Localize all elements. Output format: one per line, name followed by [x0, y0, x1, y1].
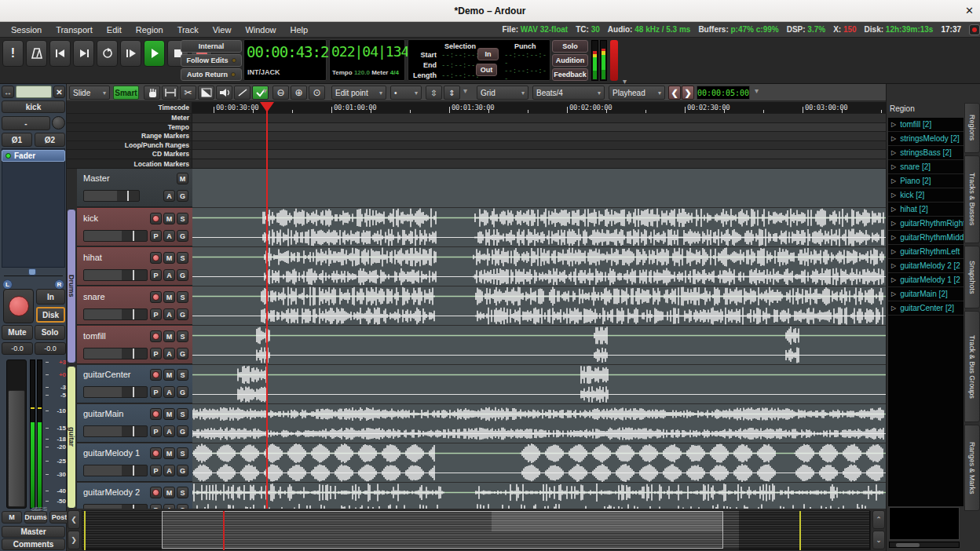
- peak-display[interactable]: -0.0: [35, 342, 66, 355]
- track-header-hihat[interactable]: hihatSMGAP: [77, 247, 192, 286]
- primary-clock[interactable]: 00:00:43:25 INT/JACK: [243, 39, 327, 81]
- track-header-guitarmelody-2[interactable]: guitarMelody 2SMGAP: [77, 483, 192, 509]
- s-button[interactable]: S: [177, 447, 188, 459]
- track-fader[interactable]: [83, 269, 148, 281]
- g-button[interactable]: G: [177, 269, 188, 281]
- gain-fader-handle[interactable]: [8, 390, 25, 507]
- sidebar-tab-snapshots[interactable]: Snapshots: [964, 246, 980, 308]
- g-button[interactable]: G: [177, 348, 188, 359]
- region-list-item[interactable]: ▷snare [2]: [888, 160, 964, 174]
- s-button[interactable]: S: [177, 487, 188, 498]
- s-button[interactable]: S: [177, 369, 188, 381]
- ruler-band[interactable]: [192, 150, 886, 159]
- processor-active-led[interactable]: [5, 153, 11, 159]
- punch-out-value[interactable]: --:--:--:--: [504, 67, 550, 82]
- region-list-item[interactable]: ▷Piano [2]: [888, 174, 964, 188]
- m-button[interactable]: M: [163, 213, 175, 224]
- vertical-shrink-button[interactable]: ⇳: [426, 86, 442, 100]
- zoom-fit-button[interactable]: ⊙: [309, 86, 325, 100]
- playhead-marker[interactable]: [260, 102, 274, 112]
- punch-out-button[interactable]: Out: [476, 64, 497, 76]
- region-list-item[interactable]: ▷guitarRhythmMidd: [888, 231, 964, 245]
- s-button[interactable]: S: [177, 408, 188, 420]
- play-range-button[interactable]: [120, 40, 141, 67]
- a-button[interactable]: A: [163, 269, 175, 281]
- strip-name-input[interactable]: [16, 86, 52, 98]
- expand-triangle-icon[interactable]: ▷: [888, 305, 900, 312]
- expand-triangle-icon[interactable]: ▷: [888, 149, 900, 156]
- snap-to-select[interactable]: Playhead▾: [609, 86, 665, 100]
- ruler-band[interactable]: [192, 159, 886, 169]
- strip-tab-m[interactable]: M: [2, 511, 22, 524]
- scroll-right-button[interactable]: ❯: [68, 531, 80, 549]
- sidebar-scrollbar-thumb[interactable]: [896, 543, 920, 547]
- expand-triangle-icon[interactable]: ▷: [888, 163, 900, 170]
- p-button[interactable]: P: [150, 465, 162, 476]
- sidebar-tab-tracks-busses[interactable]: Tracks & Busses: [964, 155, 980, 243]
- m-button[interactable]: M: [163, 369, 175, 381]
- expand-triangle-icon[interactable]: ▷: [888, 135, 900, 142]
- chevron-down-icon[interactable]: ▾: [755, 86, 759, 95]
- session-summary[interactable]: [82, 510, 870, 549]
- loop-button[interactable]: [97, 40, 118, 67]
- mute-button[interactable]: Mute: [2, 325, 33, 340]
- sidebar-tab-ranges-marks[interactable]: Ranges & Marks: [964, 425, 980, 511]
- group-strip-guitar[interactable]: guitar: [67, 366, 76, 509]
- region-list-item[interactable]: ▷guitarCenter [2]: [888, 301, 964, 316]
- m-button[interactable]: M: [163, 330, 175, 342]
- record-enable-button[interactable]: [150, 291, 162, 303]
- region-list-item[interactable]: ▷stringsMelody [2]: [888, 132, 964, 146]
- p-button[interactable]: P: [150, 386, 162, 398]
- m-button[interactable]: M: [163, 252, 175, 264]
- close-strip-icon[interactable]: ✕: [53, 86, 65, 98]
- monitor-disk-button[interactable]: Disk: [36, 307, 65, 323]
- zoom-in-button[interactable]: ⊕: [291, 86, 307, 100]
- menu-window[interactable]: Window: [239, 22, 282, 38]
- expand-triangle-icon[interactable]: ▷: [888, 262, 900, 269]
- pan-track[interactable]: [4, 276, 63, 276]
- p-button[interactable]: P: [150, 269, 162, 281]
- chevron-down-icon[interactable]: ▾: [263, 86, 267, 95]
- trim-knob[interactable]: [52, 116, 65, 130]
- cut-tool-button[interactable]: ✂: [180, 86, 196, 100]
- s-button[interactable]: S: [177, 252, 188, 264]
- monitor-input-button[interactable]: In: [36, 289, 65, 305]
- g-button[interactable]: G: [177, 425, 188, 437]
- expand-triangle-icon[interactable]: ▷: [888, 290, 900, 297]
- region-list-item[interactable]: ▷hihat [2]: [888, 203, 964, 217]
- grab-tool-button[interactable]: [144, 86, 160, 100]
- punch-in-value[interactable]: --:--:--:--: [504, 51, 550, 67]
- p-button[interactable]: P: [150, 348, 162, 359]
- zoom-out-button[interactable]: ⊖: [272, 86, 289, 100]
- expand-triangle-icon[interactable]: ▷: [888, 220, 900, 227]
- trim-button[interactable]: -: [2, 116, 50, 130]
- record-enable-button[interactable]: [150, 408, 162, 420]
- menu-session[interactable]: Session: [5, 22, 48, 38]
- auto-return-button[interactable]: Auto Return: [181, 68, 242, 81]
- menu-region[interactable]: Region: [130, 22, 170, 38]
- nudge-forward-button[interactable]: ❯: [682, 86, 694, 100]
- a-button[interactable]: A: [163, 348, 175, 359]
- strip-tab-drums[interactable]: Drums: [24, 511, 47, 524]
- master-button[interactable]: Master: [2, 526, 65, 538]
- editor-canvas[interactable]: [192, 169, 886, 509]
- grid-select[interactable]: Grid▾: [477, 86, 528, 100]
- secondary-clock[interactable]: 022|04|1341 Tempo 120.0 Meter 4/4: [329, 39, 405, 81]
- a-button[interactable]: A: [163, 386, 175, 398]
- nudge-back-button[interactable]: ❮: [668, 86, 681, 100]
- go-end-button[interactable]: [73, 40, 94, 67]
- g-button[interactable]: G: [177, 386, 188, 398]
- expand-triangle-icon[interactable]: ▷: [888, 248, 900, 255]
- track-header-guitarmain[interactable]: guitarMainSMGAP: [77, 404, 192, 443]
- width-toggle-icon[interactable]: ↔: [2, 86, 14, 98]
- track-header-kick[interactable]: kickSMGAP: [77, 208, 192, 246]
- gain-display[interactable]: -0.0: [2, 342, 33, 355]
- region-list-item[interactable]: ▷guitarRhythmLeft: [888, 245, 964, 259]
- a-button[interactable]: A: [163, 190, 175, 202]
- m-button[interactable]: M: [163, 487, 175, 498]
- group-strip-drums[interactable]: Drums: [67, 209, 76, 363]
- scroll-up-button[interactable]: ⌃: [872, 510, 885, 529]
- range-tool-button[interactable]: [162, 86, 178, 100]
- play-button[interactable]: [144, 40, 165, 67]
- record-enable-button[interactable]: [150, 252, 162, 264]
